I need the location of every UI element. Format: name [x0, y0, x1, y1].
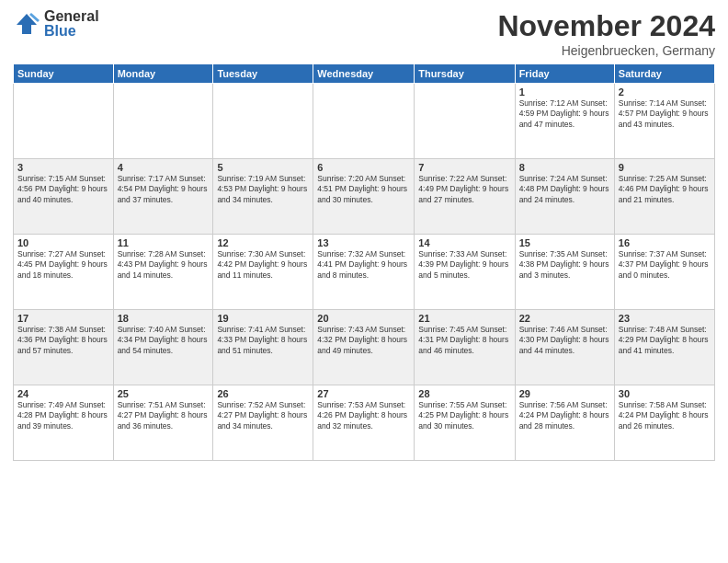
day-number: 20 [317, 313, 410, 324]
table-row: 22Sunrise: 7:46 AM Sunset: 4:30 PM Dayli… [515, 310, 614, 385]
logo-icon [13, 10, 40, 38]
day-number: 12 [217, 237, 309, 248]
table-row: 6Sunrise: 7:20 AM Sunset: 4:51 PM Daylig… [313, 159, 415, 235]
day-info: Sunrise: 7:55 AM Sunset: 4:25 PM Dayligh… [418, 400, 510, 431]
day-number: 14 [418, 237, 510, 248]
day-number: 28 [418, 388, 510, 399]
day-info: Sunrise: 7:20 AM Sunset: 4:51 PM Dayligh… [317, 174, 410, 205]
calendar: Sunday Monday Tuesday Wednesday Thursday… [13, 63, 715, 461]
page: General Blue November 2024 Heigenbruecke… [0, 0, 728, 563]
month-title: November 2024 [497, 9, 715, 43]
day-number: 16 [619, 237, 711, 248]
day-info: Sunrise: 7:24 AM Sunset: 4:48 PM Dayligh… [519, 174, 610, 205]
table-row [213, 84, 313, 159]
day-info: Sunrise: 7:46 AM Sunset: 4:30 PM Dayligh… [519, 325, 610, 356]
header-monday: Monday [113, 64, 213, 84]
day-number: 15 [519, 237, 610, 248]
day-info: Sunrise: 7:48 AM Sunset: 4:29 PM Dayligh… [619, 325, 711, 356]
table-row: 11Sunrise: 7:28 AM Sunset: 4:43 PM Dayli… [113, 235, 213, 310]
day-info: Sunrise: 7:49 AM Sunset: 4:28 PM Dayligh… [17, 400, 109, 431]
day-number: 13 [317, 237, 410, 248]
week-row-3: 10Sunrise: 7:27 AM Sunset: 4:45 PM Dayli… [14, 235, 715, 310]
table-row: 2Sunrise: 7:14 AM Sunset: 4:57 PM Daylig… [614, 84, 714, 159]
day-info: Sunrise: 7:52 AM Sunset: 4:27 PM Dayligh… [217, 400, 309, 431]
day-number: 21 [418, 313, 510, 324]
table-row: 15Sunrise: 7:35 AM Sunset: 4:38 PM Dayli… [515, 235, 614, 310]
table-row [14, 84, 114, 159]
weekday-header-row: Sunday Monday Tuesday Wednesday Thursday… [14, 64, 715, 84]
table-row [113, 84, 213, 159]
table-row: 1Sunrise: 7:12 AM Sunset: 4:59 PM Daylig… [515, 84, 614, 159]
day-info: Sunrise: 7:27 AM Sunset: 4:45 PM Dayligh… [17, 249, 109, 281]
day-info: Sunrise: 7:43 AM Sunset: 4:32 PM Dayligh… [317, 325, 410, 356]
day-number: 7 [418, 162, 510, 173]
day-number: 1 [519, 86, 610, 98]
day-info: Sunrise: 7:53 AM Sunset: 4:26 PM Dayligh… [317, 400, 410, 431]
day-number: 18 [118, 313, 210, 324]
day-info: Sunrise: 7:19 AM Sunset: 4:53 PM Dayligh… [217, 174, 309, 205]
table-row: 26Sunrise: 7:52 AM Sunset: 4:27 PM Dayli… [213, 385, 313, 461]
logo-blue: Blue [44, 24, 99, 39]
day-number: 4 [118, 162, 210, 173]
day-info: Sunrise: 7:51 AM Sunset: 4:27 PM Dayligh… [118, 400, 210, 431]
table-row: 20Sunrise: 7:43 AM Sunset: 4:32 PM Dayli… [313, 310, 415, 385]
day-info: Sunrise: 7:35 AM Sunset: 4:38 PM Dayligh… [519, 249, 610, 281]
day-number: 3 [17, 162, 109, 173]
table-row: 8Sunrise: 7:24 AM Sunset: 4:48 PM Daylig… [515, 159, 614, 235]
day-info: Sunrise: 7:45 AM Sunset: 4:31 PM Dayligh… [418, 325, 510, 356]
day-number: 22 [519, 313, 610, 324]
table-row: 30Sunrise: 7:58 AM Sunset: 4:24 PM Dayli… [614, 385, 714, 461]
table-row: 16Sunrise: 7:37 AM Sunset: 4:37 PM Dayli… [614, 235, 714, 310]
table-row: 4Sunrise: 7:17 AM Sunset: 4:54 PM Daylig… [113, 159, 213, 235]
table-row: 29Sunrise: 7:56 AM Sunset: 4:24 PM Dayli… [515, 385, 614, 461]
day-info: Sunrise: 7:40 AM Sunset: 4:34 PM Dayligh… [118, 325, 210, 356]
day-number: 5 [217, 162, 309, 173]
day-info: Sunrise: 7:41 AM Sunset: 4:33 PM Dayligh… [217, 325, 309, 356]
table-row: 28Sunrise: 7:55 AM Sunset: 4:25 PM Dayli… [415, 385, 515, 461]
logo-text: General Blue [44, 9, 99, 39]
header-wednesday: Wednesday [313, 64, 415, 84]
table-row: 25Sunrise: 7:51 AM Sunset: 4:27 PM Dayli… [113, 385, 213, 461]
table-row [415, 84, 515, 159]
day-number: 8 [519, 162, 610, 173]
day-number: 10 [17, 237, 109, 248]
day-info: Sunrise: 7:33 AM Sunset: 4:39 PM Dayligh… [418, 249, 510, 281]
day-info: Sunrise: 7:12 AM Sunset: 4:59 PM Dayligh… [519, 98, 610, 130]
table-row: 10Sunrise: 7:27 AM Sunset: 4:45 PM Dayli… [14, 235, 114, 310]
table-row: 23Sunrise: 7:48 AM Sunset: 4:29 PM Dayli… [614, 310, 714, 385]
table-row: 12Sunrise: 7:30 AM Sunset: 4:42 PM Dayli… [213, 235, 313, 310]
day-number: 17 [17, 313, 109, 324]
day-number: 27 [317, 388, 410, 399]
table-row: 18Sunrise: 7:40 AM Sunset: 4:34 PM Dayli… [113, 310, 213, 385]
table-row: 13Sunrise: 7:32 AM Sunset: 4:41 PM Dayli… [313, 235, 415, 310]
header-tuesday: Tuesday [213, 64, 313, 84]
day-number: 26 [217, 388, 309, 399]
day-info: Sunrise: 7:37 AM Sunset: 4:37 PM Dayligh… [619, 249, 711, 281]
day-info: Sunrise: 7:22 AM Sunset: 4:49 PM Dayligh… [418, 174, 510, 205]
table-row: 14Sunrise: 7:33 AM Sunset: 4:39 PM Dayli… [415, 235, 515, 310]
table-row: 27Sunrise: 7:53 AM Sunset: 4:26 PM Dayli… [313, 385, 415, 461]
table-row: 17Sunrise: 7:38 AM Sunset: 4:36 PM Dayli… [14, 310, 114, 385]
title-block: November 2024 Heigenbruecken, Germany [497, 9, 715, 58]
day-number: 30 [619, 388, 711, 399]
day-number: 24 [17, 388, 109, 399]
header-thursday: Thursday [415, 64, 515, 84]
header-sunday: Sunday [14, 64, 114, 84]
header-friday: Friday [515, 64, 614, 84]
day-info: Sunrise: 7:17 AM Sunset: 4:54 PM Dayligh… [118, 174, 210, 205]
day-number: 25 [118, 388, 210, 399]
week-row-4: 17Sunrise: 7:38 AM Sunset: 4:36 PM Dayli… [14, 310, 715, 385]
day-number: 9 [619, 162, 711, 173]
logo-general: General [44, 9, 99, 24]
week-row-1: 1Sunrise: 7:12 AM Sunset: 4:59 PM Daylig… [14, 84, 715, 159]
table-row: 19Sunrise: 7:41 AM Sunset: 4:33 PM Dayli… [213, 310, 313, 385]
location: Heigenbruecken, Germany [497, 43, 715, 58]
day-info: Sunrise: 7:25 AM Sunset: 4:46 PM Dayligh… [619, 174, 711, 205]
table-row: 7Sunrise: 7:22 AM Sunset: 4:49 PM Daylig… [415, 159, 515, 235]
table-row [313, 84, 415, 159]
table-row: 5Sunrise: 7:19 AM Sunset: 4:53 PM Daylig… [213, 159, 313, 235]
table-row: 9Sunrise: 7:25 AM Sunset: 4:46 PM Daylig… [614, 159, 714, 235]
day-info: Sunrise: 7:28 AM Sunset: 4:43 PM Dayligh… [118, 249, 210, 281]
day-info: Sunrise: 7:58 AM Sunset: 4:24 PM Dayligh… [619, 400, 711, 431]
week-row-5: 24Sunrise: 7:49 AM Sunset: 4:28 PM Dayli… [14, 385, 715, 461]
